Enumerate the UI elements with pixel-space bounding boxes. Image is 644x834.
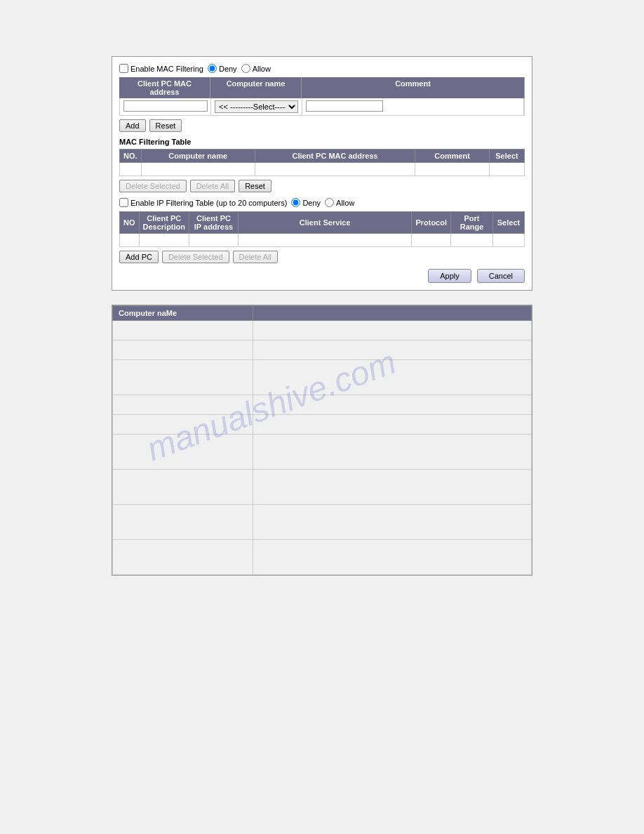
delete-all-ip-button[interactable]: Delete All [233, 251, 278, 263]
mac-address-input[interactable] [123, 100, 208, 112]
add-mac-button[interactable]: Add [119, 119, 146, 132]
computer-name-select-cell: << ---------Select--------- [211, 98, 302, 115]
ip-td-select [493, 234, 525, 247]
bottom-table-container: Computer naMe [112, 305, 532, 576]
bottom-table-row [113, 540, 532, 575]
mac-td-mac [255, 163, 415, 176]
reset-mac-button[interactable]: Reset [149, 119, 182, 132]
bottom-td-col2 [253, 395, 532, 415]
bottom-table-header: Computer naMe [113, 306, 532, 321]
ip-th-service: Client Service [239, 212, 412, 234]
bottom-td-col1 [113, 470, 253, 505]
bottom-td-col1 [113, 395, 253, 415]
mac-col2-header: Computer name [210, 77, 302, 98]
bottom-table-row [113, 505, 532, 540]
computer-name-select[interactable]: << ---------Select--------- [215, 100, 298, 113]
deny-label: Deny [219, 65, 237, 73]
ip-td-desc [139, 234, 189, 247]
mac-td-comment [415, 163, 490, 176]
mac-table-empty-row [120, 163, 525, 176]
bottom-td-col2 [253, 540, 532, 575]
ip-table-header-row: NO Client PC Description Client PC IP ad… [120, 212, 525, 234]
ip-deny-radio[interactable] [291, 198, 300, 207]
bottom-td-col1 [113, 540, 253, 575]
enable-ip-checkbox-label[interactable]: Enable IP Filtering Table (up to 20 comp… [119, 198, 287, 207]
mac-th-computer-name: Computer name [141, 150, 255, 163]
comment-input[interactable] [306, 100, 383, 112]
apply-button[interactable]: Apply [428, 269, 471, 283]
ip-th-ip: Client PC IP address [189, 212, 239, 234]
ip-allow-label: Allow [336, 199, 354, 207]
delete-selected-ip-button[interactable]: Delete Selected [162, 251, 229, 263]
bottom-table-row [113, 415, 532, 435]
mac-add-reset-row: Add Reset [119, 119, 525, 132]
bottom-table-row [113, 435, 532, 470]
ip-deny-label: Deny [302, 199, 321, 207]
bottom-table-row [113, 321, 532, 340]
mac-address-input-cell [120, 98, 211, 115]
enable-mac-checkbox-label[interactable]: Enable MAC Filtering [119, 64, 203, 73]
bottom-td-col2 [253, 415, 532, 435]
cancel-button[interactable]: Cancel [477, 269, 525, 283]
ip-table-empty-row [120, 234, 525, 247]
mac-filter-table: NO. Computer name Client PC MAC address … [119, 149, 525, 176]
ip-td-service [239, 234, 412, 247]
ip-deny-radio-label[interactable]: Deny [291, 198, 321, 207]
bottom-td-col2 [253, 360, 532, 395]
delete-all-mac-button[interactable]: Delete All [190, 180, 235, 192]
bottom-table-row [113, 340, 532, 360]
allow-label: Allow [253, 65, 271, 73]
main-panel: Enable MAC Filtering Deny Allow Client P… [112, 56, 532, 291]
bottom-td-col2 [253, 340, 532, 360]
ip-th-protocol: Protocol [412, 212, 451, 234]
deny-radio-label[interactable]: Deny [208, 64, 237, 73]
ip-td-no [120, 234, 140, 247]
bottom-table-body [113, 321, 532, 575]
bottom-th-col2 [253, 306, 532, 321]
bottom-table-row [113, 360, 532, 395]
mac-col1-header: Client PC MAC address [119, 77, 210, 98]
bottom-table-row [113, 470, 532, 505]
mac-table-header-row: NO. Computer name Client PC MAC address … [120, 150, 525, 163]
reset-mac-table-button[interactable]: Reset [239, 180, 271, 192]
ip-th-desc: Client PC Description [139, 212, 189, 234]
enable-mac-checkbox[interactable] [119, 64, 128, 73]
mac-th-no: NO. [120, 150, 142, 163]
bottom-td-col2 [253, 435, 532, 470]
allow-radio-label[interactable]: Allow [241, 64, 271, 73]
mac-table-btns: Delete Selected Delete All Reset [119, 180, 525, 192]
ip-th-select: Select [493, 212, 525, 234]
ip-td-port [451, 234, 493, 247]
mac-enable-row: Enable MAC Filtering Deny Allow [119, 64, 525, 73]
enable-ip-checkbox[interactable] [119, 198, 128, 207]
delete-selected-mac-button[interactable]: Delete Selected [119, 180, 187, 192]
bottom-td-col1 [113, 360, 253, 395]
mac-input-row: << ---------Select--------- [119, 98, 525, 116]
bottom-td-col2 [253, 470, 532, 505]
ip-enable-row: Enable IP Filtering Table (up to 20 comp… [119, 198, 525, 207]
ip-th-port: Port Range [451, 212, 493, 234]
ip-th-no: NO [120, 212, 140, 234]
mac-td-name [141, 163, 255, 176]
bottom-td-col2 [253, 505, 532, 540]
bottom-th-col1: Computer naMe [113, 306, 253, 321]
ip-allow-radio[interactable] [325, 198, 334, 207]
bottom-td-col2 [253, 321, 532, 340]
ip-td-ip [189, 234, 239, 247]
comment-input-cell [302, 98, 524, 115]
bottom-td-col1 [113, 321, 253, 340]
apply-cancel-row: Apply Cancel [119, 269, 525, 283]
bottom-table-row [113, 395, 532, 415]
mac-th-comment: Comment [415, 150, 490, 163]
mac-col-headers: Client PC MAC address Computer name Comm… [119, 77, 525, 98]
allow-radio[interactable] [241, 64, 250, 73]
mac-td-select [490, 163, 525, 176]
mac-col3-header: Comment [302, 77, 525, 98]
bottom-td-col1 [113, 505, 253, 540]
ip-td-protocol [412, 234, 451, 247]
enable-mac-label: Enable MAC Filtering [130, 65, 203, 73]
deny-radio[interactable] [208, 64, 217, 73]
ip-allow-radio-label[interactable]: Allow [325, 198, 354, 207]
bottom-td-col1 [113, 435, 253, 470]
add-pc-button[interactable]: Add PC [119, 251, 159, 263]
